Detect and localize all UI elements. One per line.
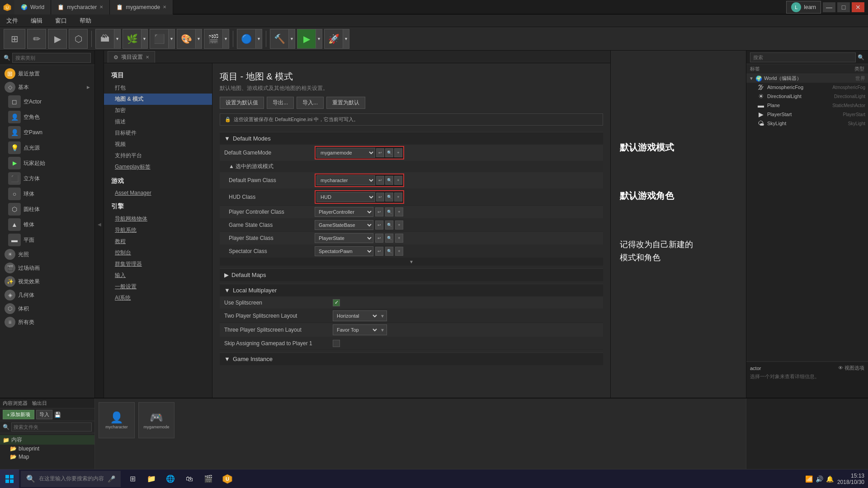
landscape-dropdown-arrow[interactable]: ▼ bbox=[114, 29, 121, 49]
settings-tab-close[interactable]: ✕ bbox=[146, 55, 149, 60]
gamemode-select[interactable]: mygamemode bbox=[316, 148, 375, 158]
gamemode-add-icon[interactable]: + bbox=[394, 148, 402, 157]
timeline-dropdown-arrow[interactable]: ▼ bbox=[223, 29, 229, 49]
outliner-search-input[interactable] bbox=[750, 52, 856, 62]
save-icon[interactable]: 💾 bbox=[54, 412, 61, 418]
gs-add-icon[interactable]: + bbox=[395, 221, 403, 230]
three-player-layout-select[interactable]: Favor Top bbox=[333, 327, 378, 333]
hud-select[interactable]: HUD bbox=[316, 192, 375, 202]
pawn-search-icon[interactable]: 🔍 bbox=[385, 176, 393, 185]
player-state-select[interactable]: PlayerState bbox=[315, 233, 373, 243]
toolbar-mesh-btn[interactable]: ⬛ bbox=[150, 29, 169, 49]
actor-cube[interactable]: ⬛ 立方体 bbox=[4, 171, 94, 186]
taskbar-search-bar[interactable]: 🔍 在这里输入你要搜索的内容 🎤 bbox=[21, 471, 121, 487]
outliner-item-plane[interactable]: ▬ Plane StaticMeshActor bbox=[754, 101, 868, 110]
hud-back-icon[interactable]: ↩ bbox=[376, 192, 384, 202]
toolbar-foliage-btn[interactable]: 🌿 bbox=[123, 29, 142, 49]
use-splitscreen-checkbox[interactable]: ✓ bbox=[333, 299, 340, 306]
ps-add-icon[interactable]: + bbox=[395, 234, 403, 243]
ps-search-icon[interactable]: 🔍 bbox=[385, 234, 393, 243]
nav-maps-modes[interactable]: 地图 & 模式 bbox=[104, 94, 212, 105]
toolbar-create-btn[interactable]: ⊞ bbox=[4, 29, 25, 49]
gamemode-back-icon[interactable]: ↩ bbox=[376, 148, 384, 157]
add-new-button[interactable]: + 添加新项 bbox=[3, 410, 34, 419]
nav-console[interactable]: 控制台 bbox=[104, 247, 212, 258]
nav-target-hardware[interactable]: 目标硬件 bbox=[104, 127, 212, 139]
outliner-item-skylight[interactable]: 🌤 SkyLight SkyLight bbox=[754, 119, 868, 128]
tab-mycharacter[interactable]: 📋 mycharacter ✕ bbox=[51, 0, 110, 14]
spectator-select[interactable]: SpectatorPawn bbox=[315, 246, 373, 256]
mesh-dropdown-arrow[interactable]: ▼ bbox=[169, 29, 175, 49]
toolbar-timeline-btn[interactable]: 🎬 bbox=[204, 29, 223, 49]
category-vfx[interactable]: ✨ 视觉效果 bbox=[0, 275, 94, 288]
expand-more-btn[interactable]: ▼ bbox=[220, 258, 603, 266]
tab-mygamemode-close[interactable]: ✕ bbox=[163, 5, 166, 9]
actor-playerstart[interactable]: ▶ 玩家起始 bbox=[4, 155, 94, 171]
start-button[interactable] bbox=[0, 469, 19, 488]
toolbar-geo-btn[interactable]: ⬡ bbox=[69, 29, 88, 49]
actor-plane[interactable]: ▬ 平面 bbox=[4, 232, 94, 248]
pc-search-icon[interactable]: 🔍 bbox=[385, 207, 393, 216]
nav-platforms[interactable]: 支持的平台 bbox=[104, 150, 212, 161]
default-maps-header[interactable]: ▶ Default Maps bbox=[220, 268, 603, 281]
category-lights[interactable]: ☀ 光照 bbox=[0, 248, 94, 261]
category-allclasses[interactable]: ≡ 所有类 bbox=[0, 315, 94, 329]
default-modes-header[interactable]: ▼ Default Modes bbox=[220, 132, 603, 145]
gs-back-icon[interactable]: ↩ bbox=[375, 221, 383, 230]
build-dropdown-arrow[interactable]: ▼ bbox=[289, 29, 295, 49]
nav-description[interactable]: 描述 bbox=[104, 116, 212, 127]
pawn-select[interactable]: mycharacter bbox=[316, 175, 375, 185]
launch-dropdown-arrow[interactable]: ▼ bbox=[343, 29, 349, 49]
import-button[interactable]: 导入... bbox=[297, 97, 324, 109]
actor-cylinder[interactable]: ⬡ 圆柱体 bbox=[4, 202, 94, 217]
tab-mycharacter-close[interactable]: ✕ bbox=[99, 5, 103, 9]
nav-navsystem[interactable]: 导航系统 bbox=[104, 225, 212, 236]
actor-cone[interactable]: ▲ 锥体 bbox=[4, 217, 94, 232]
taskbar-explorer-btn[interactable]: 📁 bbox=[143, 471, 160, 487]
folder-blueprint[interactable]: 📂 blueprint bbox=[7, 445, 94, 453]
notification-icon[interactable]: 🔔 bbox=[826, 475, 834, 483]
toolbar-landscape-btn[interactable]: 🏔 bbox=[95, 29, 114, 49]
toolbar-play-btn[interactable]: ▶ bbox=[297, 29, 316, 49]
bp-dropdown-arrow[interactable]: ▼ bbox=[256, 29, 262, 49]
menu-help[interactable]: 帮助 bbox=[77, 16, 94, 26]
gamemode-search-icon[interactable]: 🔍 bbox=[385, 148, 393, 157]
actor-pawn[interactable]: 👤 空Pawn bbox=[4, 125, 94, 140]
outliner-item-directionallight[interactable]: ☀ DirectionalLight DirectionalLight bbox=[754, 92, 868, 101]
asset-mygamemode[interactable]: 🎮 mygamemode bbox=[138, 402, 175, 438]
tab-mygamemode[interactable]: 📋 mygamemode ✕ bbox=[110, 0, 173, 14]
category-recent[interactable]: ⊞ 最近放置 bbox=[0, 67, 94, 80]
local-multiplayer-header[interactable]: ▼ Local Multiplayer bbox=[220, 284, 603, 296]
pc-back-icon[interactable]: ↩ bbox=[375, 207, 383, 216]
taskbar-taskview-btn[interactable]: ⊞ bbox=[124, 471, 141, 487]
taskbar-edge-btn[interactable]: 🌐 bbox=[162, 471, 179, 487]
spec-back-icon[interactable]: ↩ bbox=[375, 247, 383, 256]
network-icon[interactable]: 📶 bbox=[805, 475, 813, 483]
nav-asset-manager[interactable]: Asset Manager bbox=[104, 188, 212, 198]
skip-gamepad-checkbox[interactable] bbox=[333, 340, 340, 347]
spec-search-icon[interactable]: 🔍 bbox=[385, 247, 393, 256]
close-button[interactable]: ✕ bbox=[852, 2, 864, 12]
actor-search-input[interactable] bbox=[12, 53, 91, 63]
tab-world[interactable]: 🌍 World bbox=[14, 0, 51, 14]
learn-button[interactable]: L learn bbox=[786, 1, 821, 14]
actor-empty[interactable]: ◻ 空Actor bbox=[4, 94, 94, 109]
collapse-left-btn[interactable]: ◀ bbox=[97, 222, 102, 227]
actor-pointlight[interactable]: 💡 点光源 bbox=[4, 140, 94, 155]
nav-tutorial[interactable]: 教程 bbox=[104, 236, 212, 247]
nav-navmesh[interactable]: 导航网格物体 bbox=[104, 213, 212, 225]
sound-icon[interactable]: 🔊 bbox=[816, 475, 823, 483]
category-basic[interactable]: ◇ 基本 ▶ bbox=[0, 80, 94, 94]
folder-map[interactable]: 📂 Map bbox=[7, 453, 94, 461]
actor-character[interactable]: 👤 空角色 bbox=[4, 109, 94, 125]
nav-input[interactable]: 输入 bbox=[104, 270, 212, 281]
gs-search-icon[interactable]: 🔍 bbox=[385, 221, 393, 230]
category-geometry[interactable]: ◈ 几何体 bbox=[0, 288, 94, 302]
export-button[interactable]: 导出... bbox=[267, 97, 294, 109]
toolbar-pointer-btn[interactable]: ▶ bbox=[48, 29, 67, 49]
pawn-back-icon[interactable]: ↩ bbox=[376, 176, 384, 185]
taskbar-film-btn[interactable]: 🎬 bbox=[200, 471, 217, 487]
actor-sphere[interactable]: ○ 球体 bbox=[4, 186, 94, 202]
game-instance-header[interactable]: ▼ Game Instance bbox=[220, 352, 603, 365]
hud-search-icon[interactable]: 🔍 bbox=[385, 192, 393, 202]
